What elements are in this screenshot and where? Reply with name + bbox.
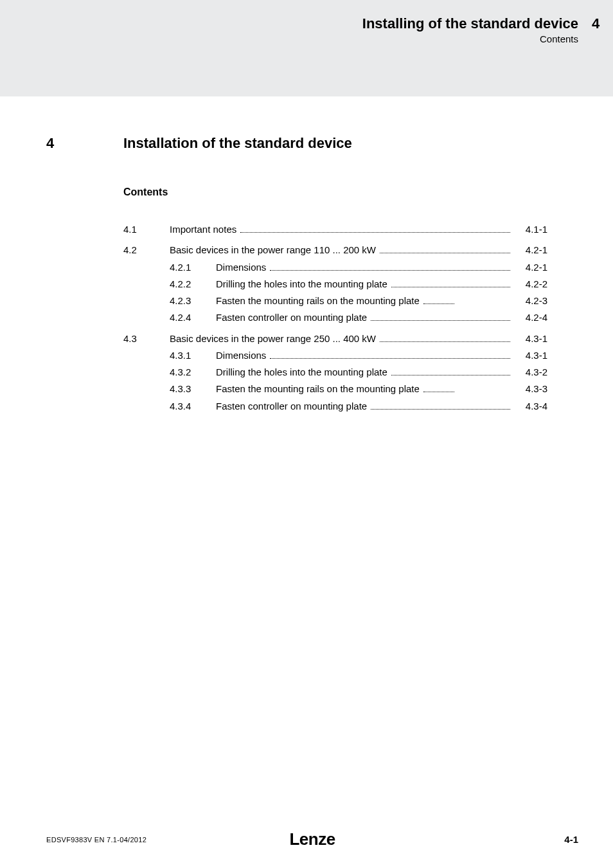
contents-heading: Contents [123,186,168,198]
toc-entry-number: 4.2 [123,242,170,257]
toc-entry[interactable]: 4.2.2 Drilling the holes into the mounti… [123,276,547,291]
toc-leader-dots [380,335,510,342]
toc-entry-number: 4.3.3 [170,381,216,396]
page-number-top: 4 [578,15,613,32]
toc-entry-text: Drilling the holes into the mounting pla… [216,365,387,379]
toc-entry-text: Basic devices in the power range 250 ...… [170,331,376,346]
toc-entry-text: Fasten controller on mounting plate [216,399,367,413]
toc-entry-page: 4.3-4 [514,399,547,413]
footer-page-number: 4-1 [564,834,578,845]
toc-entry-page: 4.2-2 [514,276,547,291]
table-of-contents: 4.1 Important notes 4.1-1 4.2 Basic devi… [123,222,547,415]
toc-entry-number: 4.3.4 [170,399,216,413]
toc-entry-text: Basic devices in the power range 110 ...… [170,242,376,257]
toc-leader-dots [391,280,510,287]
toc-entry-page: 4.2-1 [514,260,547,275]
toc-leader-dots [371,402,510,410]
toc-entry-text: Fasten the mounting rails on the mountin… [216,293,420,308]
toc-entry-number: 4.3.1 [170,348,216,363]
toc-entry-page: 4.3-2 [514,365,547,379]
toc-entry-text: Drilling the holes into the mounting pla… [216,276,387,291]
header-band [0,0,613,96]
page-footer: EDSVF9383V EN 7.1-04/2012 Lenze 4-1 [46,834,578,845]
toc-entry[interactable]: 4.3 Basic devices in the power range 250… [123,331,547,346]
toc-entry-text: Fasten controller on mounting plate [216,310,367,325]
toc-entry-page: 4.2-1 [514,242,547,257]
toc-entry-page: 4.3-3 [514,381,547,396]
footer-brand-logo: Lenze [289,829,335,849]
toc-leader-dots [423,386,454,393]
toc-entry[interactable]: 4.1 Important notes 4.1-1 [123,222,547,237]
chapter-title: Installation of the standard device [123,135,352,152]
toc-entry[interactable]: 4.3.3 Fasten the mounting rails on the m… [123,381,547,396]
toc-leader-dots [423,298,454,305]
header-subtitle: Contents [362,33,578,44]
toc-entry[interactable]: 4.2.3 Fasten the mounting rails on the m… [123,293,547,308]
toc-leader-dots [391,369,510,376]
toc-leader-dots [270,264,510,271]
toc-entry-number: 4.2.1 [170,260,216,275]
toc-entry-number: 4.1 [123,222,170,237]
toc-entry[interactable]: 4.2.4 Fasten controller on mounting plat… [123,310,547,325]
toc-entry-number: 4.3.2 [170,365,216,379]
toc-entry[interactable]: 4.2 Basic devices in the power range 110… [123,242,547,257]
toc-entry-page: 4.2-4 [514,310,547,325]
toc-entry[interactable]: 4.2.1 Dimensions 4.2-1 [123,260,547,275]
toc-entry[interactable]: 4.3.1 Dimensions 4.3-1 [123,348,547,363]
toc-entry-number: 4.3 [123,331,170,346]
toc-entry-number: 4.2.3 [170,293,216,308]
toc-entry-page: 4.1-1 [514,222,547,237]
toc-entry-text: Dimensions [216,348,266,363]
toc-entry-page: 4.3-1 [514,348,547,363]
toc-leader-dots [270,352,510,359]
toc-entry-text: Fasten the mounting rails on the mountin… [216,381,420,396]
toc-entry-page: 4.2-3 [514,293,547,308]
toc-leader-dots [380,247,510,254]
toc-entry-page: 4.3-1 [514,331,547,346]
toc-entry[interactable]: 4.3.2 Drilling the holes into the mounti… [123,365,547,379]
header-title: Installing of the standard device [362,15,578,32]
toc-entry-number: 4.2.4 [170,310,216,325]
chapter-number: 4 [46,135,54,152]
footer-docinfo: EDSVF9383V EN 7.1-04/2012 [46,836,147,844]
toc-entry-number: 4.2.2 [170,276,216,291]
toc-entry-text: Dimensions [216,260,266,275]
toc-entry-text: Important notes [170,222,236,237]
page-header: Installing of the standard device Conten… [362,15,578,44]
toc-leader-dots [371,314,510,321]
toc-leader-dots [240,226,510,233]
toc-entry[interactable]: 4.3.4 Fasten controller on mounting plat… [123,399,547,413]
